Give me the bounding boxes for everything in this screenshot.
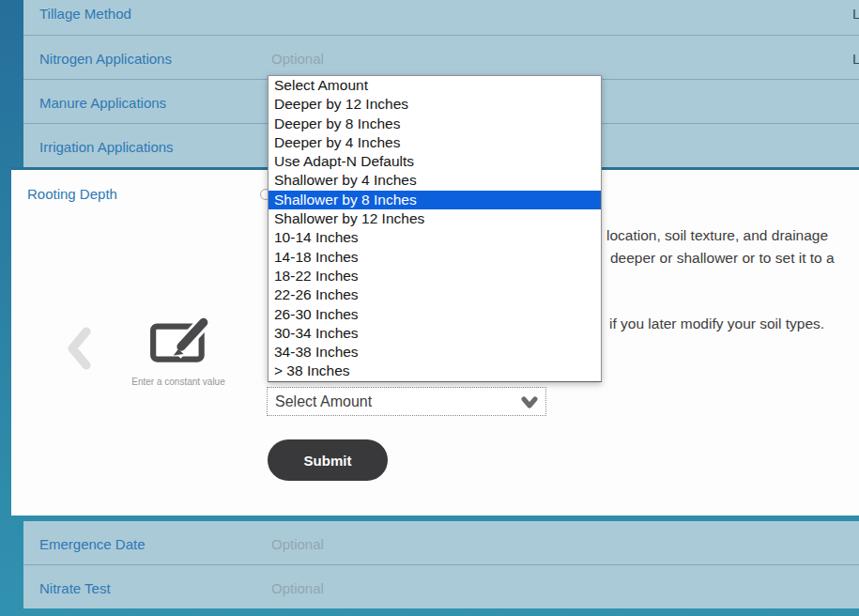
description-text-line2: deeper or shallower or to set it to a xyxy=(610,250,835,267)
dropdown-option[interactable]: Select Amount xyxy=(268,76,601,95)
constant-value-option-card[interactable] xyxy=(148,316,212,364)
row-label: Emergence Date xyxy=(39,537,146,551)
optional-badge: Optional xyxy=(271,537,324,551)
dropdown-option[interactable]: > 38 Inches xyxy=(268,362,601,380)
constant-value-caption: Enter a constant value xyxy=(100,377,257,387)
row-edge-text: L xyxy=(852,7,859,21)
chevron-left-icon xyxy=(67,327,91,370)
carousel-prev-button[interactable] xyxy=(67,327,91,370)
accordion-row-nitrogen-applications[interactable]: Nitrogen Applications Optional L xyxy=(23,35,859,79)
dropdown-option[interactable]: Deeper by 12 Inches xyxy=(268,95,601,114)
accordion-row-emergence-date[interactable]: Emergence Date Optional xyxy=(23,521,859,565)
optional-badge: Optional xyxy=(271,52,324,66)
row-label: Manure Applications xyxy=(39,96,166,110)
dropdown-option[interactable]: Use Adapt-N Defaults xyxy=(268,152,601,171)
optional-badge: Optional xyxy=(271,581,324,595)
dropdown-option[interactable]: 18-22 Inches xyxy=(268,267,601,285)
dropdown-option[interactable]: Deeper by 8 Inches xyxy=(268,115,601,133)
chevron-down-icon xyxy=(521,396,538,408)
description-text-line1: location, soil texture, and drainage xyxy=(606,227,828,244)
submit-button[interactable]: Submit xyxy=(268,439,388,481)
page-background: Tillage Method L Nitrogen Applications O… xyxy=(0,0,859,616)
accordion-row-tillage-method[interactable]: Tillage Method L xyxy=(23,0,859,35)
row-label: Nitrate Test xyxy=(39,581,111,595)
row-edge-text: L xyxy=(852,52,859,66)
dropdown-option[interactable]: Shallower by 4 Inches xyxy=(268,171,601,190)
edit-icon xyxy=(148,316,212,364)
dropdown-option[interactable]: 30-34 Inches xyxy=(268,324,601,343)
panel-title: Rooting Depth xyxy=(27,187,117,201)
row-label: Nitrogen Applications xyxy=(39,52,172,66)
dropdown-option[interactable]: 34-38 Inches xyxy=(268,343,601,362)
description-text-line3: if you later modify your soil types. xyxy=(609,316,824,332)
dropdown-option-selected[interactable]: Shallower by 8 Inches xyxy=(268,191,601,209)
dropdown-option[interactable]: 10-14 Inches xyxy=(268,228,601,247)
row-label: Irrigation Applications xyxy=(39,140,174,154)
dropdown-option[interactable]: 14-18 Inches xyxy=(268,248,601,267)
dropdown-option[interactable]: Deeper by 4 Inches xyxy=(268,133,601,152)
accordion-row-nitrate-test[interactable]: Nitrate Test Optional xyxy=(23,564,859,608)
select-current-value: Select Amount xyxy=(275,393,372,410)
dropdown-option[interactable]: Shallower by 12 Inches xyxy=(268,209,601,228)
rooting-depth-dropdown-menu: Select Amount Deeper by 12 Inches Deeper… xyxy=(268,75,602,382)
dropdown-option[interactable]: 26-30 Inches xyxy=(268,305,601,324)
rooting-depth-select[interactable]: Select Amount xyxy=(267,387,546,416)
dropdown-option[interactable]: 22-26 Inches xyxy=(268,285,601,304)
row-label: Tillage Method xyxy=(39,7,131,21)
